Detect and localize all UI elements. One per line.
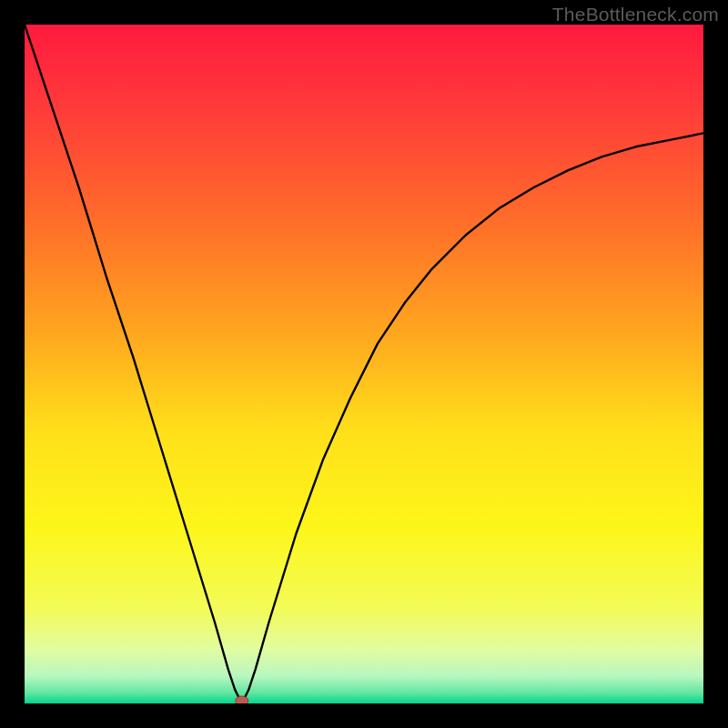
chart-background	[25, 25, 703, 703]
minimum-marker	[236, 696, 248, 703]
attribution-text: TheBottleneck.com	[552, 4, 719, 25]
plot-frame	[25, 25, 703, 703]
bottleneck-curve-chart	[25, 25, 703, 703]
